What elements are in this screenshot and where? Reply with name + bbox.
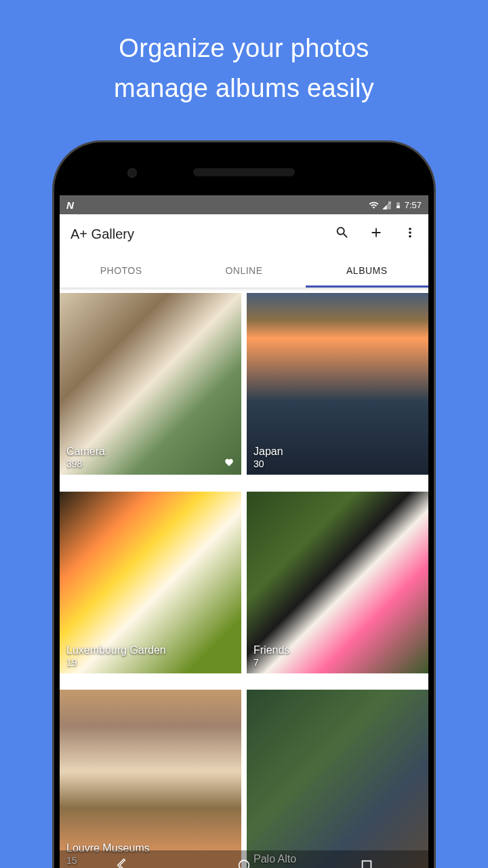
search-icon: [335, 225, 350, 240]
nav-home-button[interactable]: [237, 858, 251, 868]
app-title: A+ Gallery: [70, 226, 335, 242]
album-info: Camera 398: [66, 446, 105, 469]
album-info: Japan 30: [253, 446, 283, 469]
promo-line1: Organize your photos: [0, 28, 488, 68]
heart-icon: [224, 458, 234, 467]
tab-online[interactable]: ONLINE: [182, 254, 305, 288]
album-count: 398: [66, 458, 105, 469]
album-thumbnail: [247, 690, 428, 868]
android-n-icon: N: [66, 199, 74, 211]
status-bar: N R 7:57: [60, 195, 428, 214]
svg-text:R: R: [388, 201, 391, 205]
status-time: 7:57: [405, 200, 422, 210]
album-name: Friends: [253, 644, 289, 656]
album-item[interactable]: Japan 30: [247, 293, 428, 475]
tab-photos[interactable]: PHOTOS: [60, 254, 182, 288]
wifi-icon: [369, 200, 379, 210]
android-nav-bar: [60, 850, 428, 868]
phone-camera: [127, 168, 137, 178]
album-count: 30: [253, 458, 283, 469]
album-grid[interactable]: Camera 398 Japan 30 Luxembourg Garden 19…: [60, 288, 428, 868]
album-count: 19: [66, 657, 166, 668]
album-thumbnail: [60, 690, 241, 868]
album-name: Japan: [253, 446, 283, 458]
album-item[interactable]: Palo Alto: [247, 690, 428, 868]
phone-speaker: [193, 168, 295, 176]
album-item[interactable]: Louvre Museums 15: [60, 690, 241, 868]
album-count: 7: [253, 657, 289, 668]
more-button[interactable]: [403, 225, 418, 243]
tab-albums[interactable]: ALBUMS: [306, 254, 428, 288]
add-button[interactable]: [369, 225, 384, 243]
album-item[interactable]: Luxembourg Garden 19: [60, 492, 241, 673]
phone-frame: N R 7:57 A+ Gallery: [54, 142, 434, 868]
svg-rect-2: [363, 861, 371, 868]
nav-back-button[interactable]: [114, 858, 129, 868]
album-info: Luxembourg Garden 19: [66, 644, 166, 668]
album-item[interactable]: Friends 7: [247, 492, 428, 673]
promo-headline: Organize your photos manage albums easil…: [0, 0, 488, 108]
nav-recent-button[interactable]: [359, 858, 374, 868]
album-name: Camera: [66, 446, 105, 458]
promo-line2: manage albums easily: [0, 68, 488, 108]
album-info: Friends 7: [253, 644, 289, 668]
plus-icon: [369, 225, 384, 240]
search-button[interactable]: [335, 225, 350, 243]
favorite-badge: [222, 456, 236, 469]
album-item[interactable]: Camera 398: [60, 293, 241, 475]
more-vert-icon: [403, 225, 418, 240]
phone-bezel-top: [60, 148, 428, 195]
signal-icon: R: [382, 200, 392, 210]
battery-icon: [394, 200, 402, 210]
app-toolbar: A+ Gallery: [60, 214, 428, 254]
svg-point-1: [239, 861, 249, 868]
tab-bar: PHOTOS ONLINE ALBUMS: [60, 254, 428, 288]
album-name: Luxembourg Garden: [66, 644, 166, 656]
